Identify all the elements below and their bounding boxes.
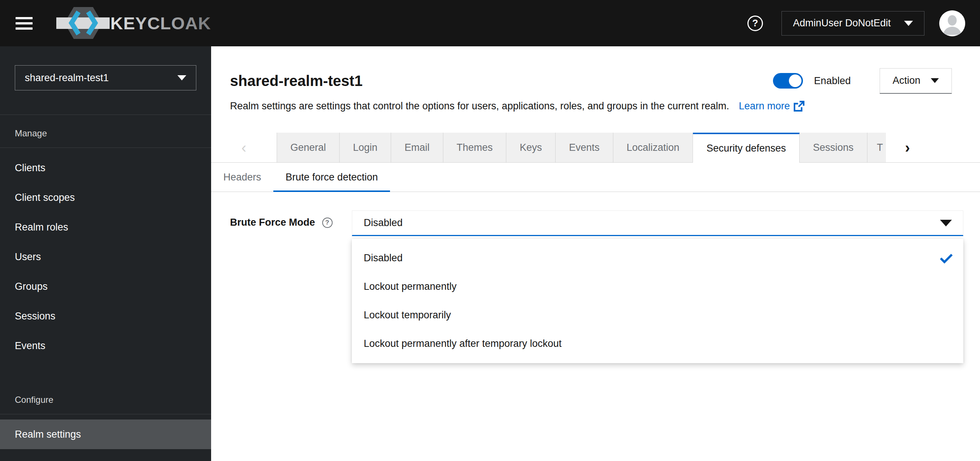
field-label-wrap: Brute Force Mode ? xyxy=(230,211,352,228)
tab-localization[interactable]: Localization xyxy=(613,133,693,162)
tabs-items: GeneralLoginEmailThemesKeysEventsLocaliz… xyxy=(277,133,886,162)
tabs-scroll-right-button[interactable]: › xyxy=(886,133,980,162)
nav-items-manage: ClientsClient scopesRealm rolesUsersGrou… xyxy=(0,148,211,367)
angle-left-icon: ‹ xyxy=(242,139,246,156)
realm-description: Realm settings are settings that control… xyxy=(230,100,729,112)
tab-general[interactable]: General xyxy=(277,133,340,162)
option-lockout-permanently-after-temporary-lockout[interactable]: Lockout permanently after temporary lock… xyxy=(352,329,963,358)
user-menu-button[interactable]: AdminUser DoNotEdit xyxy=(781,11,924,35)
sidebar-nav: Manage ClientsClient scopesRealm rolesUs… xyxy=(0,115,211,456)
sidebar-item-client-scopes[interactable]: Client scopes xyxy=(0,183,211,212)
sidebar-item-realm-settings[interactable]: Realm settings xyxy=(0,420,211,449)
sidebar-item-groups[interactable]: Groups xyxy=(0,272,211,301)
tab-themes[interactable]: Themes xyxy=(443,133,507,162)
chevron-down-icon xyxy=(940,220,952,227)
help-icon[interactable]: ? xyxy=(748,16,763,31)
sidebar-item-sessions[interactable]: Sessions xyxy=(0,301,211,331)
sidebar: shared-realm-test1 Manage ClientsClient … xyxy=(0,46,211,461)
enabled-label: Enabled xyxy=(814,75,851,87)
tab-sessions[interactable]: Sessions xyxy=(800,133,867,162)
tabs-scroll-left-button[interactable]: ‹ xyxy=(211,133,277,162)
user-menu-label: AdminUser DoNotEdit xyxy=(793,18,891,29)
tabs-bar: ‹ GeneralLoginEmailThemesKeysEventsLocal… xyxy=(211,133,980,163)
option-lockout-permanently[interactable]: Lockout permanently xyxy=(352,273,963,301)
avatar-icon xyxy=(939,10,965,36)
option-label: Lockout permanently xyxy=(364,281,457,292)
tab-events[interactable]: Events xyxy=(555,133,613,162)
tab-login[interactable]: Login xyxy=(340,133,391,162)
tab-t[interactable]: T xyxy=(867,133,886,162)
main-content: shared-realm-test1 Enabled Action Realm … xyxy=(211,46,980,461)
enabled-toggle[interactable] xyxy=(773,73,803,89)
realm-selector[interactable]: shared-realm-test1 xyxy=(15,65,196,91)
option-lockout-temporarily[interactable]: Lockout temporarily xyxy=(352,301,963,329)
keycloak-logo: KEYCLOAK xyxy=(55,4,229,43)
select-value: Disabled xyxy=(364,217,402,229)
content-header: shared-realm-test1 Enabled Action Realm … xyxy=(211,72,980,112)
learn-more-label: Learn more xyxy=(739,100,790,112)
sidebar-item-users[interactable]: Users xyxy=(0,242,211,272)
sidebar-item-events[interactable]: Events xyxy=(0,331,211,361)
external-link-icon xyxy=(793,100,805,112)
nav-items-configure: Realm settings xyxy=(0,414,211,456)
masthead-right: ? AdminUser DoNotEdit xyxy=(748,10,965,36)
angle-right-icon: › xyxy=(905,139,910,156)
option-label: Lockout permanently after temporary lock… xyxy=(364,338,562,349)
action-dropdown-button[interactable]: Action xyxy=(880,68,952,94)
learn-more-link[interactable]: Learn more xyxy=(739,100,805,112)
field-help-icon[interactable]: ? xyxy=(322,217,332,228)
chevron-down-icon xyxy=(177,75,186,80)
subtab-brute-force-detection[interactable]: Brute force detection xyxy=(273,163,390,191)
sidebar-item-realm-roles[interactable]: Realm roles xyxy=(0,212,211,242)
brute-force-mode-select[interactable]: Disabled xyxy=(352,211,963,236)
help-glyph: ? xyxy=(752,18,758,29)
avatar[interactable] xyxy=(939,10,965,36)
chevron-down-icon xyxy=(904,21,913,26)
brute-force-mode-label: Brute Force Mode xyxy=(230,217,315,228)
option-label: Lockout temporarily xyxy=(364,309,451,321)
subtabs: HeadersBrute force detection xyxy=(211,163,980,192)
page-title: shared-realm-test1 xyxy=(230,72,363,90)
check-icon xyxy=(940,253,953,263)
option-disabled[interactable]: Disabled xyxy=(352,244,963,273)
nav-section-title-configure: Configure xyxy=(0,367,211,414)
hamburger-menu-icon[interactable] xyxy=(16,17,33,30)
nav-section-title-manage: Manage xyxy=(0,115,211,148)
title-row: shared-realm-test1 Enabled Action xyxy=(230,72,952,90)
action-button-label: Action xyxy=(892,75,920,86)
toggle-knob xyxy=(789,75,802,87)
description-row: Realm settings are settings that control… xyxy=(230,100,952,112)
tab-security-defenses[interactable]: Security defenses xyxy=(693,133,800,163)
brute-force-mode-menu: DisabledLockout permanentlyLockout tempo… xyxy=(352,239,963,363)
tab-email[interactable]: Email xyxy=(391,133,443,162)
page: shared-realm-test1 Manage ClientsClient … xyxy=(0,46,980,461)
option-label: Disabled xyxy=(364,252,402,264)
toggle-group: Enabled Action xyxy=(773,68,952,94)
subtab-headers[interactable]: Headers xyxy=(211,163,273,191)
chevron-down-icon xyxy=(931,78,939,83)
help-glyph: ? xyxy=(325,219,329,227)
tab-keys[interactable]: Keys xyxy=(506,133,555,162)
keycloak-logo-text: KEYCLOAK xyxy=(110,13,211,33)
sidebar-item-clients[interactable]: Clients xyxy=(0,153,211,183)
brute-force-form: Brute Force Mode ? Disabled DisabledLock… xyxy=(211,211,980,236)
masthead: KEYCLOAK ? AdminUser DoNotEdit xyxy=(0,0,980,46)
keycloak-logo-icon: KEYCLOAK xyxy=(55,4,229,43)
select-wrap: Disabled DisabledLockout permanentlyLock… xyxy=(352,211,963,236)
realm-selector-value: shared-realm-test1 xyxy=(25,72,109,84)
